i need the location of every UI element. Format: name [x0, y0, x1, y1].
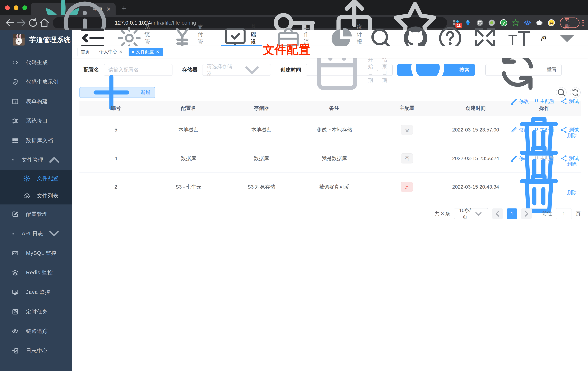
code-icon — [11, 59, 19, 66]
master-tag: 否 — [401, 125, 413, 135]
sidebar-subitem-5-1[interactable]: 文件列表 — [0, 187, 72, 204]
sidebar-item-6[interactable]: 配置管理 — [0, 204, 72, 224]
back-button[interactable] — [4, 17, 16, 29]
sidebar-item-1[interactable]: 代码生成示例 — [0, 72, 72, 92]
goto-page-input[interactable] — [556, 208, 572, 219]
toggle-search-button[interactable] — [556, 87, 567, 98]
window-close-button[interactable] — [5, 5, 10, 10]
doc-edit-icon — [11, 347, 19, 354]
edit-action[interactable]: 修改 — [510, 97, 529, 106]
cell-name: 数据库 — [152, 155, 225, 162]
magnet-icon — [534, 156, 539, 161]
page-size-select[interactable]: 10条/页 — [454, 208, 488, 219]
chrome-menu-button[interactable] — [582, 20, 584, 26]
master-action[interactable]: 主配置 — [534, 126, 555, 134]
sidebar-item-label: 系统接口 — [26, 117, 65, 125]
new-tab-button[interactable] — [121, 5, 127, 11]
table-grid-icon — [11, 137, 19, 144]
action-label: 测试 — [569, 155, 579, 162]
nav-item-1[interactable]: 支付管理 — [169, 30, 208, 46]
task-clock-icon — [11, 308, 19, 315]
sidebar-item-5[interactable]: 文件管理 — [0, 150, 72, 170]
sidebar-item-label: 日志中心 — [26, 347, 65, 354]
page-number-1[interactable]: 1 — [507, 208, 517, 219]
search-button[interactable]: 搜索 — [397, 64, 475, 76]
sidebar-item-9[interactable]: Redis 监控 — [0, 263, 72, 283]
edit-action[interactable]: 修改 — [510, 154, 529, 163]
test-action[interactable]: 测试 — [560, 126, 579, 134]
sidebar-item-0[interactable]: 代码生成 — [0, 53, 72, 72]
sidebar-subitem-5-0[interactable]: 文件配置 — [0, 170, 72, 187]
add-button[interactable]: 新增 — [79, 87, 155, 98]
share-alt-icon — [560, 154, 568, 163]
master-tag: 否 — [401, 153, 413, 163]
form-grid-icon — [11, 98, 19, 105]
cell-storage: S3 对象存储 — [225, 183, 298, 190]
sidebar-item-10[interactable]: Java 监控 — [0, 283, 72, 302]
sidebar-item-7[interactable]: API 日志 — [0, 224, 72, 244]
action-label: 主配置 — [540, 155, 555, 162]
chevron-down-icon — [43, 222, 65, 245]
storage-select[interactable]: 请选择存储器 — [202, 64, 271, 76]
window-minimize-button[interactable] — [14, 5, 18, 10]
tag-1[interactable]: 个人中心✕ — [96, 48, 126, 56]
sidebar-item-12[interactable]: 链路追踪 — [0, 321, 72, 341]
tag-active-dot — [132, 51, 134, 53]
home-button[interactable] — [39, 17, 50, 29]
column-header-2: 存储器 — [225, 105, 298, 112]
sidebar-item-label: Java 监控 — [26, 289, 65, 296]
master-action[interactable]: 主配置 — [534, 97, 555, 106]
tag-label: 首页 — [81, 49, 90, 55]
sidebar-item-3[interactable]: 系统接口 — [0, 111, 72, 131]
edit-square-icon — [11, 211, 19, 218]
tag-close-icon[interactable]: ✕ — [119, 49, 123, 54]
cloud-up-icon — [23, 192, 30, 199]
sidebar-menu: 代码生成代码生成示例表单构建系统接口数据库文档文件管理文件配置文件列表配置管理A… — [0, 53, 72, 360]
eye-icon — [11, 328, 19, 335]
test-action[interactable]: 测试 — [560, 154, 579, 163]
master-action: 主配置 — [534, 154, 555, 163]
app-logo[interactable]: 芋道管理系统 — [0, 30, 72, 48]
cell-remark: 测试下本地存储 — [298, 127, 371, 133]
tag-0[interactable]: 首页 — [77, 48, 93, 56]
cell-name: S3 - 七牛云 — [152, 183, 225, 190]
tags-bar: 首页个人中心✕文件配置✕ — [72, 46, 588, 58]
edit-action[interactable]: 修改 — [510, 126, 529, 134]
sidebar-item-label: 配置管理 — [26, 211, 65, 218]
column-header-3: 备注 — [298, 105, 371, 112]
test-action[interactable]: 测试 — [560, 97, 579, 106]
prev-page-button[interactable] — [492, 208, 503, 219]
user-avatar[interactable] — [540, 32, 546, 44]
create-time-range-picker[interactable]: 开始日期 - 结束日期 — [306, 64, 393, 76]
sidebar-item-11[interactable]: 定时任务 — [0, 302, 72, 321]
forward-button[interactable] — [16, 17, 27, 29]
nav-item-0[interactable]: 系统管理 — [116, 30, 155, 46]
action-label: 删除 — [567, 189, 577, 196]
refresh-table-button[interactable] — [570, 87, 581, 98]
reset-button[interactable]: 重置 — [485, 64, 562, 76]
share-alt-icon — [560, 126, 568, 134]
window-zoom-button[interactable] — [22, 5, 27, 10]
sidebar-item-4[interactable]: 数据库文档 — [0, 131, 72, 150]
row-actions-line1: 修改主配置测试 — [510, 154, 579, 163]
share-alt-icon — [560, 97, 568, 106]
filter-form: 配置名 存储器 请选择存储器 创建时间 开始日期 - 结束日期 — [84, 64, 581, 76]
cloud-down-icon — [11, 159, 14, 161]
page-size-value: 10条/页 — [458, 207, 472, 220]
sidebar-item-13[interactable]: 日志中心 — [0, 341, 72, 360]
start-date-placeholder: 开始日期 — [367, 56, 374, 84]
sidebar-item-8[interactable]: MySQL 监控 — [0, 244, 72, 263]
cell-created: 2022-03-15 20:43:34 — [443, 184, 508, 190]
cell-master: 否 — [371, 153, 443, 163]
sidebar-item-2[interactable]: 表单构建 — [0, 92, 72, 111]
table-header-row: 编号配置名存储器备注主配置创建时间操作 — [79, 101, 581, 116]
cell-id: 4 — [79, 156, 152, 161]
window-controls[interactable] — [5, 5, 27, 10]
next-page-button[interactable] — [521, 208, 532, 219]
tag-close-icon[interactable]: ✕ — [156, 49, 159, 54]
nav-item-2[interactable]: 基础设施 — [222, 30, 261, 46]
reload-button[interactable] — [27, 17, 39, 29]
action-label: 修改 — [519, 98, 529, 105]
doc-edit-icon — [11, 232, 14, 235]
tag-2[interactable]: 文件配置✕ — [129, 48, 163, 56]
